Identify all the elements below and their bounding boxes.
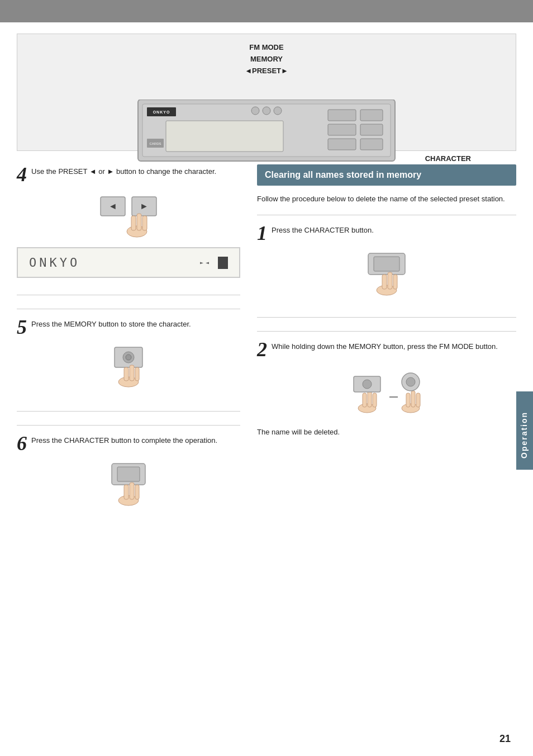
top-bar <box>0 0 533 22</box>
cursor-area: ►◄ <box>200 257 228 269</box>
step-6-number: 6 <box>17 433 27 453</box>
svg-rect-37 <box>130 483 134 499</box>
svg-rect-24 <box>137 214 141 230</box>
svg-text:►: ► <box>140 201 149 211</box>
right-divider-2 <box>257 331 516 332</box>
step-5-illustration <box>17 344 240 394</box>
svg-rect-55 <box>416 393 420 407</box>
preset-label: ◄PRESET► <box>28 67 505 75</box>
svg-rect-10 <box>328 110 356 121</box>
svg-rect-15 <box>360 139 383 150</box>
svg-point-28 <box>126 355 131 360</box>
device-svg: ONKYO CARDS <box>132 100 401 172</box>
step-5-number: 5 <box>17 317 27 337</box>
svg-rect-31 <box>130 365 134 381</box>
svg-rect-32 <box>135 367 139 381</box>
divider-5-6 <box>17 425 240 426</box>
right-step-1-text: Press the CHARACTER button. <box>272 223 374 235</box>
left-column: 4 Use the PRESET ◄ or ► button to change… <box>17 164 240 541</box>
step-5-header: 5 Press the MEMORY button to store the c… <box>17 317 240 337</box>
sidebar-operation-label: Operation <box>516 391 533 470</box>
svg-rect-25 <box>142 216 147 230</box>
right-column: Clearing all names stored in memory Foll… <box>257 164 516 541</box>
step-6-header: 6 Press the CHARACTER button to complete… <box>17 433 240 453</box>
right-step-1-number: 1 <box>257 223 267 243</box>
step-4: 4 Use the PRESET ◄ or ► button to change… <box>17 164 240 295</box>
svg-rect-40 <box>374 257 399 271</box>
right-step-1-header: 1 Press the CHARACTER button. <box>257 223 516 243</box>
step-4-svg: ◄ ► <box>84 191 173 242</box>
svg-rect-7 <box>166 121 283 152</box>
right-step-2: 2 While holding down the MEMORY button, … <box>257 339 516 447</box>
cursor-indicator: ►◄ <box>200 259 211 266</box>
svg-rect-43 <box>388 272 392 289</box>
memory-label: MEMORY <box>28 55 505 63</box>
step-5-svg <box>101 344 156 394</box>
svg-rect-14 <box>328 139 356 150</box>
page-number: 21 <box>499 733 511 745</box>
svg-point-5 <box>263 107 270 115</box>
svg-rect-34 <box>117 467 140 481</box>
right-step-2-illustration <box>257 366 516 422</box>
right-step-1-illustration <box>257 250 516 300</box>
svg-point-4 <box>251 107 259 115</box>
svg-rect-54 <box>411 391 415 407</box>
svg-rect-11 <box>360 110 383 121</box>
svg-rect-48 <box>373 393 377 407</box>
right-step-1-svg <box>356 250 417 300</box>
fm-mode-label: FM MODE <box>28 43 505 51</box>
svg-point-57 <box>406 377 415 386</box>
svg-rect-46 <box>363 393 367 407</box>
char-display: ONKYO ►◄ <box>17 247 240 278</box>
main-content: FM MODE MEMORY ◄PRESET► ONKYO CARDS <box>0 22 533 557</box>
svg-rect-36 <box>124 485 129 499</box>
svg-point-50 <box>363 380 372 389</box>
svg-rect-47 <box>368 391 372 407</box>
right-step-2-footer: The name will be deleted. <box>257 428 516 436</box>
svg-rect-30 <box>124 367 129 381</box>
step-5-text: Press the MEMORY button to store the cha… <box>31 317 191 329</box>
svg-text:CARDS: CARDS <box>149 142 161 145</box>
svg-rect-44 <box>393 275 397 289</box>
svg-point-6 <box>274 107 282 115</box>
right-step-2-number: 2 <box>257 339 267 360</box>
svg-rect-38 <box>135 485 139 499</box>
step-6-illustration <box>17 460 240 511</box>
svg-rect-53 <box>406 393 410 407</box>
svg-rect-13 <box>360 124 383 135</box>
step-5: 5 Press the MEMORY button to store the c… <box>17 317 240 412</box>
right-divider-1 <box>257 215 516 215</box>
cursor-blink <box>218 257 228 269</box>
right-step-2-header: 2 While holding down the MEMORY button, … <box>257 339 516 360</box>
divider-4-5 <box>17 309 240 309</box>
right-step-2-svg <box>345 366 429 422</box>
step-4-number: 4 <box>17 164 27 185</box>
svg-rect-12 <box>328 124 356 135</box>
svg-text:ONKYO: ONKYO <box>153 110 170 114</box>
right-step-1: 1 Press the CHARACTER button. <box>257 223 516 318</box>
svg-rect-23 <box>131 216 136 230</box>
step-6-text: Press the CHARACTER button to complete t… <box>31 433 217 446</box>
step-4-illustration: ◄ ► <box>17 191 240 242</box>
section-description: Follow the procedure below to delete the… <box>257 193 516 205</box>
right-step-2-text: While holding down the MEMORY button, pr… <box>272 339 498 352</box>
svg-rect-42 <box>382 275 387 289</box>
character-label: CHARACTER <box>425 154 471 163</box>
step-6-svg <box>101 460 156 511</box>
char-display-text: ONKYO <box>29 256 80 270</box>
two-column-layout: 4 Use the PRESET ◄ or ► button to change… <box>17 164 516 541</box>
step-6: 6 Press the CHARACTER button to complete… <box>17 433 240 527</box>
device-diagram: FM MODE MEMORY ◄PRESET► ONKYO CARDS <box>17 34 516 151</box>
svg-text:◄: ◄ <box>108 201 117 211</box>
